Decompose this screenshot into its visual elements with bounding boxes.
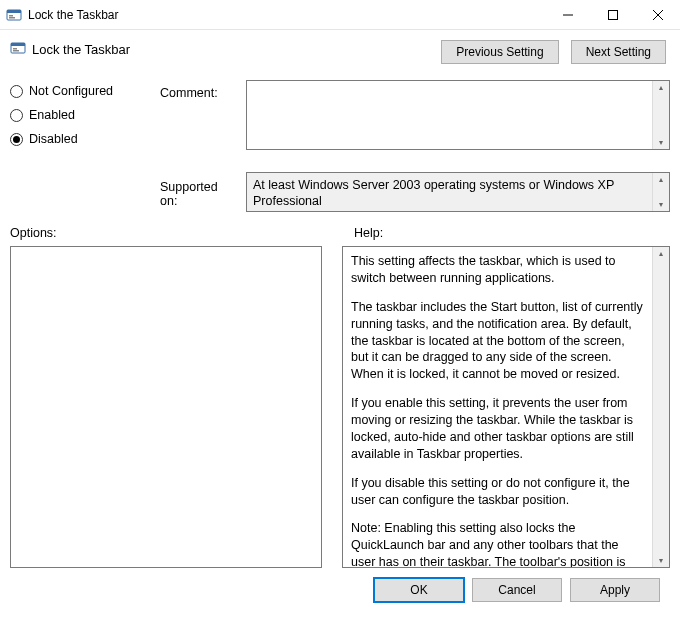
comment-input[interactable]: ▴ ▾: [246, 80, 670, 150]
help-label: Help:: [354, 226, 383, 240]
scrollbar[interactable]: ▴ ▾: [652, 247, 669, 567]
policy-icon: [10, 40, 26, 59]
supported-on-label: Supported on:: [160, 172, 238, 208]
policy-name-text: Lock the Taskbar: [32, 42, 130, 57]
previous-setting-button[interactable]: Previous Setting: [441, 40, 558, 64]
svg-rect-10: [13, 48, 17, 50]
chevron-up-icon: ▴: [659, 249, 663, 258]
apply-button[interactable]: Apply: [570, 578, 660, 602]
comment-label: Comment:: [160, 80, 238, 100]
radio-label: Enabled: [29, 108, 75, 122]
scrollbar[interactable]: ▴ ▾: [652, 173, 669, 211]
help-paragraph: If you enable this setting, it prevents …: [351, 395, 644, 463]
help-paragraph: Note: Enabling this setting also locks t…: [351, 520, 644, 567]
svg-rect-1: [7, 10, 21, 13]
supported-on-box: At least Windows Server 2003 operating s…: [246, 172, 670, 212]
svg-rect-3: [9, 17, 15, 19]
help-paragraph: This setting affects the taskbar, which …: [351, 253, 644, 287]
window-title: Lock the Taskbar: [28, 8, 545, 22]
chevron-down-icon: ▾: [659, 138, 663, 147]
minimize-button[interactable]: [545, 0, 590, 29]
svg-rect-2: [9, 15, 13, 17]
titlebar: Lock the Taskbar: [0, 0, 680, 30]
comment-value: [247, 81, 652, 149]
chevron-up-icon: ▴: [659, 175, 663, 184]
ok-button[interactable]: OK: [374, 578, 464, 602]
radio-icon: [10, 133, 23, 146]
window-controls: [545, 0, 680, 29]
app-icon: [6, 7, 22, 23]
help-paragraph: The taskbar includes the Start button, l…: [351, 299, 644, 383]
close-button[interactable]: [635, 0, 680, 29]
next-setting-button[interactable]: Next Setting: [571, 40, 666, 64]
help-paragraph: If you disable this setting or do not co…: [351, 475, 644, 509]
help-content: This setting affects the taskbar, which …: [343, 247, 652, 567]
radio-not-configured[interactable]: Not Configured: [10, 84, 150, 98]
options-panel: [10, 246, 322, 568]
radio-label: Not Configured: [29, 84, 113, 98]
svg-rect-5: [608, 10, 617, 19]
radio-icon: [10, 85, 23, 98]
cancel-button[interactable]: Cancel: [472, 578, 562, 602]
options-content: [11, 247, 321, 567]
radio-enabled[interactable]: Enabled: [10, 108, 150, 122]
state-radio-group: Not Configured Enabled Disabled: [10, 80, 150, 212]
help-panel: This setting affects the taskbar, which …: [342, 246, 670, 568]
dialog-footer: OK Cancel Apply: [10, 568, 670, 602]
policy-name-label: Lock the Taskbar: [10, 38, 130, 59]
chevron-up-icon: ▴: [659, 83, 663, 92]
radio-icon: [10, 109, 23, 122]
svg-rect-11: [13, 50, 19, 52]
svg-rect-9: [11, 43, 25, 46]
chevron-down-icon: ▾: [659, 200, 663, 209]
maximize-button[interactable]: [590, 0, 635, 29]
radio-disabled[interactable]: Disabled: [10, 132, 150, 146]
scrollbar[interactable]: ▴ ▾: [652, 81, 669, 149]
radio-label: Disabled: [29, 132, 78, 146]
chevron-down-icon: ▾: [659, 556, 663, 565]
supported-on-value: At least Windows Server 2003 operating s…: [247, 173, 652, 211]
options-label: Options:: [10, 226, 330, 240]
